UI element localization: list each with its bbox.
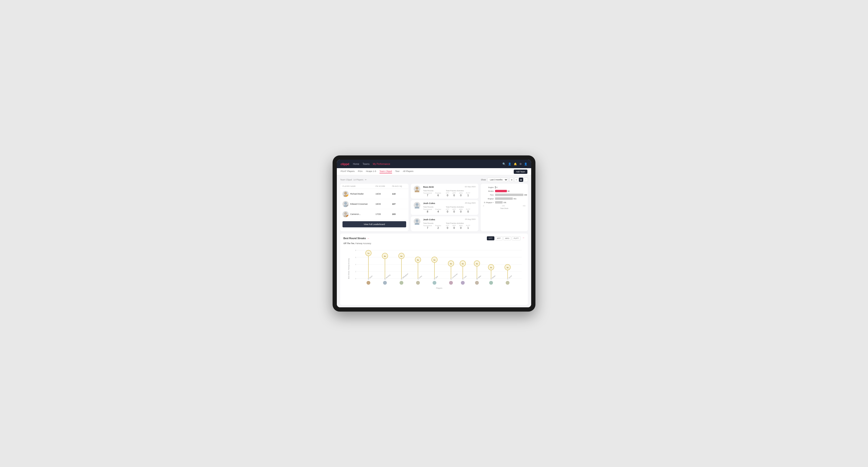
avatar-icon[interactable]: 👤 [524, 162, 527, 165]
subnav-tour[interactable]: Tour [395, 170, 400, 173]
card-avatar [414, 186, 420, 192]
bell-icon[interactable]: 🔔 [514, 162, 517, 165]
svg-text:6x: 6x [384, 255, 386, 257]
practice-value: 2 [437, 226, 439, 229]
app-value: 0 [453, 210, 455, 213]
nav-home[interactable]: Home [353, 163, 359, 165]
svg-text:E. Crossman: E. Crossman [450, 273, 458, 280]
arg-value: 0 [460, 210, 462, 213]
add-team-button[interactable]: Add Team [514, 169, 527, 174]
ott-label: OTT [446, 225, 449, 226]
period-select[interactable]: Last 3 months [487, 178, 508, 182]
tournament-value: 8 [427, 210, 428, 213]
svg-point-69 [475, 281, 479, 285]
card-stats: Total Rounds Tournament 8 Practice [423, 206, 475, 213]
practice-activities-group: Total Practice Activities OTT 0 APP [446, 190, 470, 197]
search-icon[interactable]: 🔍 [502, 162, 506, 165]
lollipop-svg: 0 2 4 6 8 7x 6x [354, 248, 525, 286]
card-content: Rees Britt 02 Sep 2023 Total Rounds Tour… [423, 186, 475, 197]
arg-button[interactable]: ARG [503, 236, 511, 240]
practice-col: Practice 2 [435, 225, 441, 229]
player-info: 2 Edward Crossman [342, 201, 375, 207]
bar-chart-panel: Eagles 3 Birdies 96 [481, 184, 528, 231]
subnav-hcaps[interactable]: Hcaps 1-5 [366, 170, 376, 173]
nav-teams[interactable]: Teams [363, 163, 369, 165]
svg-text:3x: 3x [490, 267, 492, 269]
y-axis-container: Best Streak, Fairway Accuracy [343, 248, 354, 289]
card-view-button[interactable]: ▦ [519, 178, 523, 182]
bar-row-dbogeys: D. Bogeys + 131 [483, 201, 526, 204]
subnav-pga[interactable]: PGA [358, 170, 363, 173]
total-rounds-label: Total Rounds [423, 222, 441, 224]
putt-label: PUTT [466, 192, 470, 194]
user-icon[interactable]: 👤 [508, 162, 512, 165]
svg-point-2 [344, 202, 347, 205]
export-button[interactable]: ↑ [524, 178, 528, 182]
player-card: Rees Britt 02 Sep 2023 Total Rounds Tour… [411, 184, 478, 198]
bar-label-eagles: Eagles [483, 186, 494, 188]
edit-icon[interactable]: ✏ [365, 179, 367, 181]
grid-view-button[interactable]: ⊞ [509, 178, 514, 182]
bar-chart: Eagles 3 Birdies 96 [483, 186, 526, 204]
tournament-col: Tournament 7 [423, 192, 432, 197]
total-rounds-label: Total Rounds [423, 206, 441, 208]
bar-visual [495, 201, 503, 204]
settings-icon[interactable]: ⚙ [519, 162, 522, 165]
subnav-pgat[interactable]: PGAT Players [341, 170, 354, 173]
pb-avg: 110 [392, 193, 406, 195]
total-rounds-group: Total Rounds Tournament 8 Practice [423, 206, 441, 213]
card-player-name: Josh Coles [423, 218, 435, 221]
streaks-section: Best Round Streaks ← OTT APP ARG PUTT → … [340, 234, 528, 305]
putt-button[interactable]: PUTT [512, 236, 521, 240]
card-player-name: Rees Britt [423, 186, 434, 188]
team-title: Team Clippd 14 Players ✏ [340, 179, 367, 181]
arg-value: 0 [460, 226, 462, 229]
subnav-all-players[interactable]: All Players [403, 170, 413, 173]
tournament-label: Tournament [423, 192, 432, 194]
svg-text:8: 8 [355, 250, 356, 251]
svg-point-4 [344, 212, 347, 215]
ott-label: OTT [446, 192, 449, 194]
svg-point-0 [344, 192, 347, 195]
svg-text:6x: 6x [401, 255, 403, 257]
svg-point-10 [415, 219, 418, 222]
bar-row-birdies: Birdies 96 [483, 190, 526, 192]
bar-container: 131 [495, 201, 526, 204]
col-pb-score: PB SCORE [375, 185, 392, 187]
bar-container: 96 [495, 190, 526, 192]
activities-cols: OTT 0 APP 0 ARG [446, 225, 470, 229]
arg-col: ARG 0 [459, 225, 463, 229]
ott-label: OTT [446, 209, 449, 210]
lollipop-chart-container: Best Streak, Fairway Accuracy 0 2 4 6 [343, 248, 525, 302]
arg-value: 0 [460, 194, 462, 197]
list-view-button[interactable]: ≡ [514, 178, 519, 182]
svg-point-67 [449, 281, 453, 285]
nav-performance[interactable]: My Performance [373, 163, 390, 165]
player-name: Edward Crossman [350, 203, 368, 205]
subtitle-rest: , Fairway Accuracy [354, 242, 371, 245]
bar-visual [495, 197, 513, 200]
svg-point-7 [415, 190, 420, 192]
svg-text:5x: 5x [434, 259, 436, 261]
sub-nav: PGAT Players PGA Hcaps 1-5 Team Clippd T… [337, 168, 531, 175]
ott-col: OTT 0 [446, 225, 449, 229]
app-label: APP [453, 192, 456, 194]
arg-label: ARG [459, 209, 463, 210]
streaks-controls: OTT APP ARG PUTT → [487, 236, 525, 240]
bar-row-pars: Pars 499 [483, 194, 526, 196]
putt-value: 0 [467, 210, 469, 213]
svg-point-64 [400, 281, 403, 285]
svg-text:5x: 5x [417, 259, 419, 261]
total-rounds-group: Total Rounds Tournament 7 Practice [423, 222, 441, 229]
app-button[interactable]: APP [495, 236, 503, 240]
ott-button[interactable]: OTT [487, 236, 494, 240]
view-full-leaderboard-button[interactable]: View Full Leaderboard [342, 221, 406, 227]
rounds-cols: Tournament 8 Practice 4 [423, 209, 441, 213]
practice-activities-label: Total Practice Activities [446, 206, 470, 208]
streaks-title-text: Best Round Streaks [343, 237, 366, 240]
avatar: 1 [342, 191, 349, 197]
ott-value: 0 [447, 226, 448, 229]
svg-point-6 [415, 187, 418, 190]
player-name: Richard Butler [350, 193, 364, 195]
subnav-team-clippd[interactable]: Team Clippd [379, 170, 392, 173]
